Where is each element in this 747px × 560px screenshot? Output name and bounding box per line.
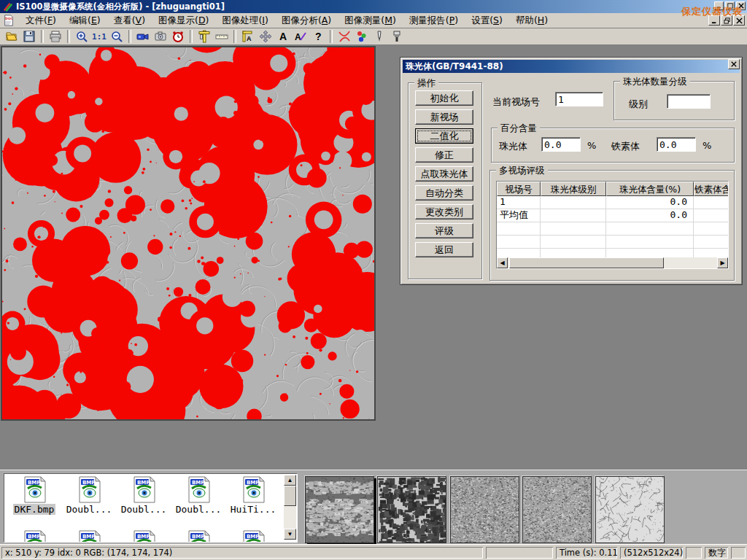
table-header-2[interactable]: 珠光体含量(%) (606, 182, 694, 196)
dialog-close-button[interactable] (728, 59, 740, 69)
menu-help[interactable]: 帮助(H) (509, 13, 554, 28)
op-button-5[interactable]: 自动分类 (415, 185, 473, 201)
file-item[interactable]: BMP (117, 529, 171, 542)
table-cell (541, 222, 606, 235)
text-edit-icon[interactable]: A (293, 29, 309, 44)
image-thumbnail-2[interactable] (450, 476, 519, 543)
help-icon[interactable]: ? (310, 29, 326, 44)
open-icon[interactable] (4, 29, 20, 44)
print-icon[interactable] (47, 29, 63, 44)
close-button[interactable] (736, 1, 746, 10)
menu-settings[interactable]: 设置(S) (465, 13, 509, 28)
op-button-6[interactable]: 更改类别 (415, 204, 473, 219)
ferrite-input[interactable] (657, 137, 696, 152)
image-thumbnail-4[interactable] (595, 476, 665, 543)
op-button-7[interactable]: 评级 (415, 223, 473, 238)
menu-file[interactable]: 文件(F) (19, 13, 63, 28)
table-header-0[interactable]: 视场号 (497, 182, 541, 196)
file-item[interactable]: BMP (7, 529, 61, 542)
image-thumbnail-3[interactable] (522, 476, 592, 543)
zoom-out-icon[interactable] (109, 29, 125, 44)
menu-view[interactable]: 查看(V) (107, 13, 152, 28)
table-header-1[interactable]: 珠光体级别 (541, 182, 606, 196)
status-panel-blank-3 (731, 547, 746, 559)
camera-icon[interactable] (152, 29, 169, 44)
document-icon: DOC (3, 15, 15, 26)
caliper-icon[interactable] (196, 29, 212, 44)
file-item[interactable]: BMP (62, 529, 116, 542)
svg-text:A: A (279, 31, 287, 42)
scrollbar-thumb[interactable] (509, 257, 664, 268)
menu-measure-report[interactable]: 测量报告(P) (403, 13, 465, 28)
ruler-icon[interactable] (214, 29, 230, 44)
metallographic-image[interactable] (1, 46, 376, 421)
table-row[interactable]: 平均值0.0 (497, 209, 728, 222)
op-button-4[interactable]: 点取珠光体 (415, 166, 473, 182)
current-view-input[interactable] (555, 92, 603, 106)
menu-image-analysis[interactable]: 图像分析(A) (275, 13, 338, 28)
move-cross-icon[interactable] (258, 29, 274, 44)
classify-icon[interactable] (354, 29, 370, 44)
menu-image-measure[interactable]: 图像测量(M) (338, 13, 403, 28)
actual-size-icon[interactable]: 1:1 (91, 29, 107, 44)
op-button-2[interactable]: 二值化 (415, 128, 473, 144)
file-item[interactable]: BMPDoubl... (117, 475, 171, 515)
table-cell (694, 236, 729, 248)
minimize-button[interactable] (714, 1, 724, 10)
table-row[interactable] (497, 222, 728, 236)
menu-edit[interactable]: 编辑(E) (63, 13, 107, 28)
op-button-8[interactable]: 返回 (415, 242, 473, 257)
op-button-1[interactable]: 新视场 (415, 109, 473, 125)
window-title: IS100显微摄像系统(金相分析版) - [zhuguangti01] (16, 1, 225, 12)
menu-bar: DOC 文件(F)编辑(E)查看(V)图像显示(D)图像处理(I)图像分析(A)… (0, 13, 747, 28)
image-thumbnail-1[interactable] (377, 476, 446, 543)
scroll-down-button[interactable]: ▼ (284, 529, 296, 540)
file-item[interactable]: BMPDKF.bmp (7, 475, 61, 515)
scrollbar-thumb[interactable] (284, 486, 296, 506)
file-list-scrollbar[interactable]: ▲ ▼ (284, 475, 296, 540)
close-button[interactable] (733, 15, 745, 26)
table-row[interactable]: 10.0 (497, 196, 728, 209)
svg-text:A: A (247, 35, 252, 42)
file-item[interactable]: BMPDoubl... (171, 475, 225, 515)
measure-caliper-icon[interactable]: A (240, 29, 256, 44)
curve-icon[interactable] (336, 29, 352, 44)
file-name: Doubl... (120, 504, 169, 515)
op-button-3[interactable]: 修正 (415, 147, 473, 163)
file-item[interactable]: BMP (226, 529, 280, 542)
table-header-3[interactable]: 铁素体含量(%) (694, 182, 728, 196)
pen-icon[interactable] (371, 29, 387, 44)
image-thumbnail-0[interactable] (305, 476, 374, 543)
video-camera-icon[interactable] (135, 29, 151, 44)
scroll-right-button[interactable]: ▶ (717, 257, 728, 268)
op-button-0[interactable]: 初始化 (415, 90, 473, 106)
file-item[interactable]: BMP (171, 529, 225, 542)
restore-button[interactable] (721, 15, 732, 26)
current-view-label: 当前视场号 (492, 96, 540, 109)
clock-icon[interactable] (170, 29, 186, 44)
minimize-button[interactable] (708, 15, 720, 26)
svg-text:BMP: BMP (28, 480, 40, 486)
operation-group: 操作 初始化新视场二值化修正点取珠光体自动分类更改类别评级返回 (408, 82, 482, 279)
brush-icon[interactable] (389, 29, 405, 44)
save-icon[interactable] (21, 29, 37, 44)
file-item[interactable]: BMPDoubl... (62, 475, 116, 515)
table-horizontal-scrollbar[interactable]: ◀ ▶ (497, 257, 728, 268)
table-cell (694, 196, 729, 209)
zoom-in-icon[interactable] (74, 29, 90, 44)
grade-input[interactable] (667, 94, 711, 109)
pearlite-input[interactable] (541, 137, 581, 152)
table-cell (541, 209, 606, 222)
file-item[interactable]: BMPHuiTi... (226, 475, 280, 515)
percent-group: 百分含量 珠光体 % 铁素体 % (491, 128, 735, 163)
dialog-title-bar[interactable]: 珠光体(GB/T9441-88) (403, 60, 740, 73)
menu-image-display[interactable]: 图像显示(D) (152, 13, 215, 28)
table-row[interactable] (497, 236, 728, 249)
maximize-button[interactable] (725, 1, 735, 10)
scroll-up-button[interactable]: ▲ (284, 475, 296, 486)
menu-image-process[interactable]: 图像处理(I) (215, 13, 274, 28)
file-name: Doubl... (65, 504, 114, 515)
text-icon[interactable]: A (275, 29, 291, 44)
scroll-left-button[interactable]: ◀ (497, 257, 508, 268)
table-cell (497, 236, 541, 248)
